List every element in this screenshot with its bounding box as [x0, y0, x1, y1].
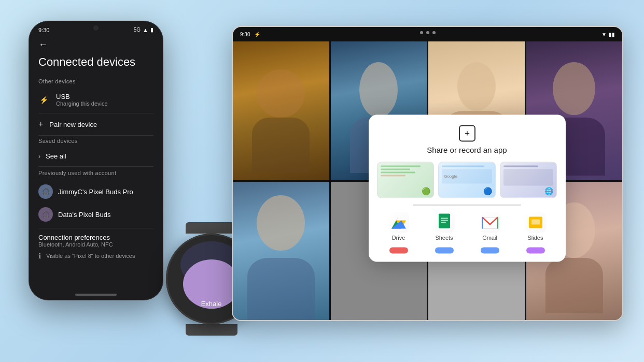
more-app-1 [389, 247, 408, 253]
watch-band-top [186, 222, 237, 234]
drive-app[interactable]: Drive [377, 212, 421, 241]
more-app-3 [481, 247, 499, 253]
sheets-icon [434, 212, 455, 233]
tablet-battery-icon: ▮▮ [609, 32, 615, 37]
usb-icon: ⚡ [38, 96, 49, 104]
usb-title: USB [56, 93, 153, 100]
phone-content: ← Connected devices Other devices ⚡ USB … [29, 35, 163, 260]
divider-4 [38, 228, 153, 228]
slides-label: Slides [528, 235, 543, 241]
phone-status-icons: 5G ▲ ▮ [134, 26, 153, 33]
phone-time: 9:30 [38, 27, 49, 33]
divider-3 [38, 166, 153, 167]
add-screen-icon: ＋ [463, 128, 471, 139]
share-modal-icon: ＋ [459, 125, 475, 141]
sheets-app[interactable]: Sheets [423, 212, 466, 241]
slides-icon [525, 212, 546, 233]
saved-section: Saved devices › See all [38, 138, 153, 164]
tablet-camera-bar [420, 31, 436, 34]
device-2-avatar: 🎧 [38, 207, 53, 222]
more-app-2 [435, 247, 454, 253]
conn-pref-title: Connection preferences [38, 234, 153, 241]
phone-home-bar [75, 294, 117, 296]
gmail-app[interactable]: Gmail [468, 212, 512, 241]
buds-icon-2: 🎧 [42, 211, 50, 218]
about-text: Visible as "Pixel 8" to other devices [46, 253, 135, 259]
tablet-time: 9:30 [240, 32, 250, 37]
app-thumb-2[interactable]: Google 🔵 [438, 162, 496, 198]
more-app-4 [526, 247, 545, 253]
device-1-item[interactable]: 🎧 JimmyC's Pixel Buds Pro [38, 180, 153, 203]
app-thumb-1[interactable]: 🟢 [377, 162, 435, 198]
device-1-avatar: 🎧 [38, 184, 53, 199]
divider-2 [38, 135, 153, 136]
usb-texts: USB Charging this device [56, 93, 153, 107]
usb-sub: Charging this device [56, 100, 153, 107]
page-title: Connected devices [38, 55, 153, 69]
pair-item[interactable]: + Pair new device [38, 115, 153, 133]
tablet: 9:30 ⚡ ▼ ▮▮ [232, 26, 623, 321]
about-section: ℹ Visible as "Pixel 8" to other devices [38, 252, 153, 260]
battery-icon: ▮ [150, 26, 153, 33]
share-modal-thumbnails: 🟢 Google 🔵 🌐 [377, 162, 557, 198]
watch-band-bottom [186, 324, 237, 336]
app-logo-1: 🟢 [422, 187, 430, 195]
buds-icon-1: 🎧 [42, 188, 50, 195]
conn-pref-sub: Bluetooth, Android Auto, NFC [38, 241, 153, 248]
usb-item[interactable]: ⚡ USB Charging this device [38, 89, 153, 111]
svg-rect-7 [441, 218, 448, 219]
pair-label: Pair new device [49, 121, 97, 128]
other-devices-label: Other devices [38, 78, 153, 84]
back-button[interactable]: ← [38, 39, 153, 50]
video-cell-5 [233, 182, 329, 321]
tablet-speaker-dot [420, 31, 423, 34]
share-modal: ＋ Share or record an app 🟢 Google [369, 114, 566, 262]
phone: 9:30 5G ▲ ▮ ← Connected devices Other de… [29, 21, 163, 300]
video-cell-1 [233, 41, 329, 180]
svg-rect-9 [441, 222, 446, 223]
google-text: Google [444, 174, 457, 179]
device-2-item[interactable]: 🎧 Data's Pixel Buds [38, 203, 153, 226]
tablet-wifi-icon: ▼ [601, 32, 607, 37]
see-all-label: See all [46, 152, 66, 160]
device-1-name: JimmyC's Pixel Buds Pro [58, 188, 133, 196]
device-2-name: Data's Pixel Buds [58, 211, 110, 219]
prev-label: Previously used with account [38, 170, 153, 176]
tablet-charging-icon: ⚡ [254, 32, 260, 37]
tablet-camera-dot [426, 31, 429, 34]
see-all-item[interactable]: › See all [38, 148, 153, 164]
prev-section: Previously used with account 🎧 JimmyC's … [38, 170, 153, 226]
phone-camera [93, 25, 99, 31]
more-apps-row [377, 245, 557, 253]
tablet-status-right: ▼ ▮▮ [601, 32, 615, 37]
share-modal-title: Share or record an app [427, 146, 507, 154]
drive-icon [388, 212, 409, 233]
gmail-label: Gmail [482, 235, 497, 241]
svg-rect-8 [441, 220, 448, 221]
tablet-status-bar: 9:30 ⚡ ▼ ▮▮ [233, 27, 622, 41]
app-thumb-3[interactable]: 🌐 [500, 162, 557, 198]
tablet-status-left: 9:30 ⚡ [240, 32, 260, 37]
divider-1 [38, 113, 153, 113]
share-apps-row: Drive Sheets [377, 212, 557, 241]
share-modal-header: ＋ Share or record an app [377, 125, 557, 154]
conn-pref-section[interactable]: Connection preferences Bluetooth, Androi… [38, 234, 153, 248]
watch-exhale-text: Exhale [201, 300, 222, 308]
signal-icon: ▲ [143, 27, 148, 33]
chrome-logo: 🔵 [483, 187, 492, 195]
drive-label: Drive [392, 235, 405, 241]
plus-icon: + [38, 120, 43, 129]
svg-rect-14 [531, 219, 540, 224]
app-logo-3: 🌐 [544, 187, 553, 195]
network-icon: 5G [134, 27, 141, 33]
sheets-label: Sheets [435, 235, 453, 241]
chevron-icon: › [38, 153, 40, 160]
saved-label: Saved devices [38, 138, 153, 144]
tablet-speaker-dot-2 [432, 31, 436, 34]
gmail-icon [480, 212, 500, 233]
share-divider [413, 204, 521, 206]
info-icon: ℹ [38, 252, 41, 260]
slides-app[interactable]: Slides [514, 212, 557, 241]
